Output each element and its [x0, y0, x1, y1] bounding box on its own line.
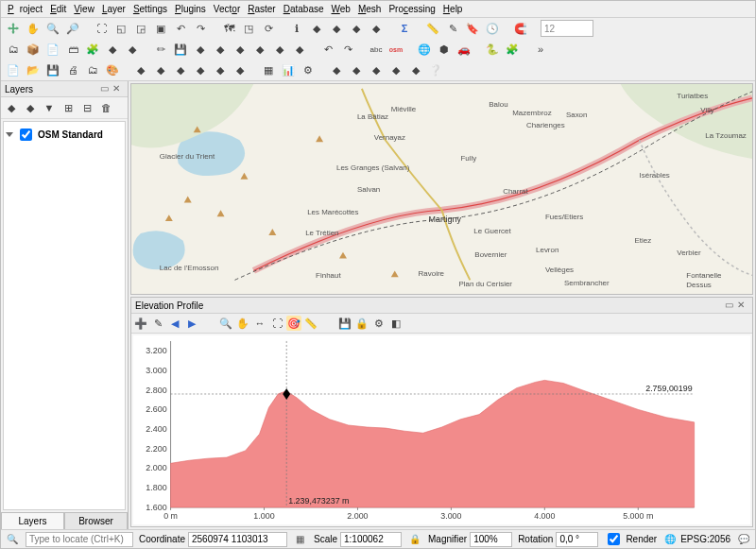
digitize-d-icon[interactable]: ◆: [251, 41, 268, 58]
refresh-icon[interactable]: ⟳: [260, 20, 277, 37]
plugins-manage-icon[interactable]: 🧩: [504, 41, 521, 58]
menu-layer[interactable]: Layer: [99, 3, 129, 15]
capture-curve-icon[interactable]: ✎: [150, 316, 165, 331]
digitize-e-icon[interactable]: ◆: [271, 41, 288, 58]
proj-open-icon[interactable]: 📂: [25, 61, 42, 78]
proj-save-icon[interactable]: 💾: [44, 61, 61, 78]
abc-icon[interactable]: abc: [368, 41, 385, 58]
help-icon[interactable]: ❔: [427, 61, 444, 78]
nav-left-icon[interactable]: ◀: [167, 316, 182, 331]
search-icon[interactable]: 🔍: [5, 532, 20, 547]
edit-toggle-icon[interactable]: ✏: [152, 41, 169, 58]
identify-icon[interactable]: ℹ: [288, 20, 305, 37]
expand-toggle-icon[interactable]: [6, 132, 13, 137]
layer-tb-a-icon[interactable]: ◆: [3, 99, 20, 116]
snapping-icon[interactable]: 🧲: [512, 20, 529, 37]
map-canvas[interactable]: Martigny La Bâtiaz Vernayaz Les Granges …: [130, 83, 753, 295]
options-icon[interactable]: ⚙: [371, 316, 387, 331]
measure-profile-icon[interactable]: 📏: [303, 316, 318, 331]
new-map-icon[interactable]: 🗺: [220, 20, 237, 37]
coordinate-field[interactable]: [188, 532, 287, 547]
close-icon[interactable]: ✕: [112, 83, 124, 94]
zoom-full-profile-icon[interactable]: ⛶: [269, 316, 284, 331]
extents-icon[interactable]: ▦: [293, 532, 308, 547]
style-mgr-icon[interactable]: 🎨: [104, 61, 121, 78]
digitize-b-icon[interactable]: ◆: [212, 41, 229, 58]
more5-icon[interactable]: ◆: [387, 61, 404, 78]
crs-label[interactable]: EPSG:2056: [680, 534, 730, 544]
export-icon[interactable]: 💾: [337, 316, 352, 331]
layer-osm-standard[interactable]: OSM Standard: [6, 126, 123, 144]
measure-icon[interactable]: 📏: [424, 20, 441, 37]
layout-icon[interactable]: 🖨: [64, 61, 81, 78]
selection-e-icon[interactable]: ◆: [212, 61, 229, 78]
filter-icon[interactable]: ▼: [41, 99, 58, 116]
bookmark-icon[interactable]: 🔖: [464, 20, 481, 37]
new-spatialite-icon[interactable]: 🗃: [64, 41, 81, 58]
scale-field[interactable]: [340, 532, 402, 547]
selection-a-icon[interactable]: ◆: [132, 61, 149, 78]
nav-right-icon[interactable]: ▶: [184, 316, 199, 331]
proj-new-icon[interactable]: 📄: [5, 61, 22, 78]
stats-icon[interactable]: Σ: [396, 20, 413, 37]
redo-icon[interactable]: ↷: [339, 41, 356, 58]
processing-icon[interactable]: ⚙: [300, 61, 317, 78]
layer-a-icon[interactable]: ◆: [104, 41, 121, 58]
menu-plugins[interactable]: Plugins: [172, 3, 209, 15]
tool-d-icon[interactable]: ◆: [368, 20, 385, 37]
menu-database[interactable]: Database: [281, 3, 327, 15]
zoom-in-icon[interactable]: 🔍: [44, 20, 61, 37]
pan-icon[interactable]: [5, 20, 22, 37]
osm-icon[interactable]: osm: [387, 41, 404, 58]
messages-icon[interactable]: 💬: [736, 532, 751, 547]
undo-icon[interactable]: ↶: [319, 41, 336, 58]
tool-a-icon[interactable]: ◆: [308, 20, 325, 37]
selection-c-icon[interactable]: ◆: [172, 61, 189, 78]
zoom-layer-icon[interactable]: ◲: [132, 20, 149, 37]
zoom-selection-icon[interactable]: ◱: [112, 20, 129, 37]
selection-d-icon[interactable]: ◆: [192, 61, 209, 78]
collapse-icon[interactable]: ⊟: [78, 99, 95, 116]
layout-mgr-icon[interactable]: 🗂: [84, 61, 101, 78]
zoom-next-icon[interactable]: ↷: [192, 20, 209, 37]
dock-icon[interactable]: ◧: [388, 316, 404, 331]
rotation-field[interactable]: [556, 532, 598, 547]
menu-help[interactable]: Help: [440, 3, 466, 15]
digitize-c-icon[interactable]: ◆: [232, 41, 249, 58]
open-datasource-icon[interactable]: 🗂: [5, 41, 22, 58]
tool-c-icon[interactable]: ◆: [348, 20, 365, 37]
menu-mesh[interactable]: Mesh: [355, 3, 384, 15]
lock-icon[interactable]: 🔒: [354, 316, 369, 331]
zoom-native-icon[interactable]: ▣: [152, 20, 169, 37]
digitize-f-icon[interactable]: ◆: [291, 41, 308, 58]
temporal-icon[interactable]: 🕓: [484, 20, 501, 37]
menu-processing[interactable]: Processing: [386, 3, 438, 15]
remove-layer-icon[interactable]: 🗑: [97, 99, 114, 116]
zoom-x-icon[interactable]: ↔: [252, 316, 267, 331]
save-edits-icon[interactable]: 💾: [172, 41, 189, 58]
layers-tree[interactable]: OSM Standard: [3, 121, 126, 510]
zoom-last-icon[interactable]: ↶: [172, 20, 189, 37]
tab-layers[interactable]: Layers: [1, 512, 64, 529]
new-virtual-icon[interactable]: 🧩: [84, 41, 101, 58]
new-geopackage-icon[interactable]: 📦: [25, 41, 42, 58]
menu-raster[interactable]: Raster: [245, 3, 278, 15]
undock-icon[interactable]: ▭: [725, 300, 736, 311]
new-3d-icon[interactable]: ◳: [240, 20, 257, 37]
undock-icon[interactable]: ▭: [100, 83, 112, 94]
magnifier-field[interactable]: [470, 532, 512, 547]
plugin-a-icon[interactable]: 🌐: [416, 41, 433, 58]
elevation-chart[interactable]: 1.6001.8002.0002.2002.4002.6002.8003.000…: [133, 335, 750, 524]
menu-settings[interactable]: Settings: [130, 3, 170, 15]
attr-table-icon[interactable]: ▦: [260, 61, 277, 78]
menu-web[interactable]: Web: [329, 3, 353, 15]
more-icon[interactable]: »: [532, 41, 549, 58]
field-calc-icon[interactable]: 📊: [280, 61, 297, 78]
menu-view[interactable]: View: [71, 3, 97, 15]
menu-project[interactable]: Project: [5, 3, 45, 15]
annotation-icon[interactable]: ✎: [444, 20, 461, 37]
spinbox[interactable]: 12: [541, 20, 593, 37]
menu-edit[interactable]: Edit: [47, 3, 69, 15]
new-shapefile-icon[interactable]: 📄: [44, 41, 61, 58]
expand-icon[interactable]: ⊞: [60, 99, 77, 116]
